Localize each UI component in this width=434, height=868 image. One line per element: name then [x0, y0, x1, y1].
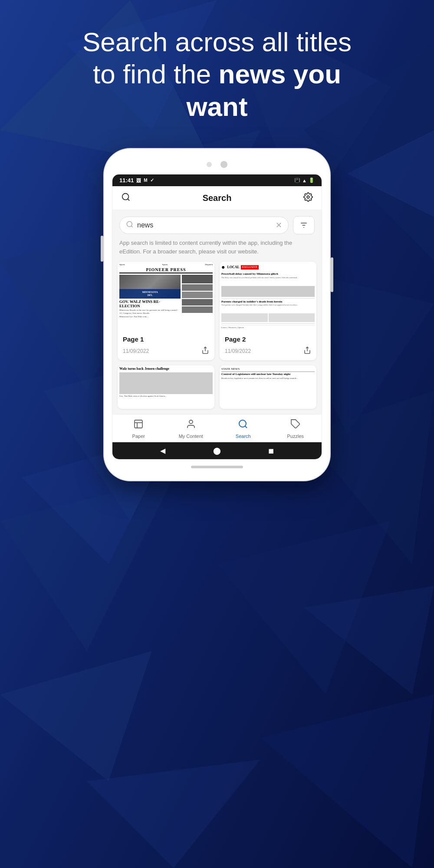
- search-area: ✕: [112, 210, 322, 234]
- svg-point-22: [127, 221, 132, 227]
- hero-section: Search across all titles to find the new…: [0, 0, 434, 140]
- phone-mockup: 11:41 🖼 M ✓ 📳 ▲ 🔋: [0, 149, 434, 480]
- front-camera: [220, 161, 227, 168]
- header-search-icon[interactable]: [121, 192, 131, 204]
- search-hint: App search is limited to content current…: [112, 234, 322, 262]
- newspaper-icon: [133, 419, 144, 432]
- nav-label-search: Search: [236, 434, 251, 439]
- filter-button[interactable]: [293, 216, 315, 234]
- svg-point-33: [239, 420, 246, 427]
- svg-line-20: [128, 199, 129, 201]
- newspaper-page3: Walz turns back Jensen challenge Gov. Ti…: [118, 365, 214, 409]
- nav-label-my-content: My Content: [179, 434, 203, 439]
- nav-item-puzzles[interactable]: Puzzles: [270, 419, 322, 439]
- nav-item-my-content[interactable]: My Content: [165, 419, 217, 439]
- result-card-page2-img: ● LOCAL EXCLUSIVE Powerball delay caused…: [220, 262, 316, 331]
- android-nav-bar: ◀ ⬤ ◼: [112, 442, 322, 459]
- home-bar: [191, 466, 243, 468]
- result-card-page2-footer: 11/09/2022: [225, 346, 311, 356]
- gmail-status-icon: M: [144, 178, 147, 183]
- status-bar: 11:41 🖼 M ✓ 📳 ▲ 🔋: [112, 174, 322, 186]
- search-input-row: ✕: [119, 216, 315, 234]
- result-card-page1[interactable]: SportsSportsDispatch PIONEER PRESS MINNE…: [118, 262, 214, 360]
- phone-bottom-bar: [112, 460, 322, 473]
- status-time: 11:41: [119, 177, 134, 184]
- result-card-page2-date: 11/09/2022: [225, 348, 251, 354]
- result-card-page4[interactable]: STATE NEWS Control of Legislature still …: [220, 365, 316, 409]
- result-card-page3-img: Walz turns back Jensen challenge Gov. Ti…: [118, 365, 214, 409]
- phone-top-bar: [112, 157, 322, 174]
- hero-line1: Search across all titles: [82, 27, 352, 57]
- phone-outer-frame: 11:41 🖼 M ✓ 📳 ▲ 🔋: [104, 149, 330, 480]
- result-card-page2[interactable]: ● LOCAL EXCLUSIVE Powerball delay caused…: [220, 262, 316, 360]
- wifi-icon: ▲: [302, 178, 307, 183]
- nav-item-search[interactable]: Search: [217, 419, 270, 439]
- svg-line-23: [131, 226, 132, 227]
- result-card-page1-img: SportsSportsDispatch PIONEER PRESS MINNE…: [118, 262, 214, 331]
- battery-icon: 🔋: [309, 178, 315, 183]
- search-input-wrapper[interactable]: ✕: [119, 217, 289, 234]
- nav-item-paper[interactable]: Paper: [112, 419, 165, 439]
- newspaper-page2: ● LOCAL EXCLUSIVE Powerball delay caused…: [220, 262, 316, 331]
- result-card-page2-info: Page 2 11/09/2022: [220, 331, 316, 360]
- puzzle-icon: [290, 419, 301, 432]
- nav-label-paper: Paper: [132, 434, 145, 439]
- svg-point-32: [189, 420, 193, 424]
- svg-rect-29: [135, 420, 142, 428]
- check-status-icon: ✓: [150, 178, 154, 183]
- android-recents-button[interactable]: ◼: [268, 447, 274, 455]
- newspaper-page1: SportsSportsDispatch PIONEER PRESS MINNE…: [118, 262, 214, 331]
- settings-icon[interactable]: [303, 192, 313, 204]
- result-card-page1-title: Page 1: [123, 335, 209, 343]
- result-card-page1-info: Page 1 11/09/2022: [118, 331, 214, 360]
- status-left: 11:41 🖼 M ✓: [119, 177, 154, 184]
- search-input-icon: [126, 220, 134, 230]
- result-card-page1-date: 11/09/2022: [123, 348, 149, 354]
- result-card-page1-footer: 11/09/2022: [123, 346, 209, 356]
- phone-screen: 11:41 🖼 M ✓ 📳 ▲ 🔋: [112, 174, 322, 460]
- result-card-page4-img: STATE NEWS Control of Legislature still …: [220, 365, 316, 409]
- person-icon: [186, 419, 196, 432]
- share-button-page1[interactable]: [201, 346, 209, 356]
- app-header-title: Search: [203, 193, 232, 203]
- svg-point-19: [122, 194, 129, 200]
- result-card-page3[interactable]: Walz turns back Jensen challenge Gov. Ti…: [118, 365, 214, 409]
- svg-line-34: [245, 426, 247, 428]
- android-back-button[interactable]: ◀: [160, 447, 165, 455]
- newspaper-page4: STATE NEWS Control of Legislature still …: [220, 365, 316, 409]
- vibrate-icon: 📳: [294, 178, 300, 183]
- bottom-nav: Paper My Content: [112, 414, 322, 442]
- nav-label-puzzles: Puzzles: [287, 434, 304, 439]
- results-grid: SportsSportsDispatch PIONEER PRESS MINNE…: [112, 262, 322, 414]
- android-home-button[interactable]: ⬤: [213, 447, 221, 455]
- photo-status-icon: 🖼: [136, 178, 141, 183]
- hero-line2: to find the news you: [93, 59, 341, 89]
- clear-input-icon[interactable]: ✕: [276, 220, 282, 230]
- share-button-page2[interactable]: [303, 346, 311, 356]
- result-card-page2-title: Page 2: [225, 335, 311, 343]
- app-header: Search: [112, 186, 322, 210]
- status-right: 📳 ▲ 🔋: [294, 178, 315, 183]
- search-input[interactable]: [137, 221, 272, 229]
- search-nav-icon: [238, 419, 248, 432]
- svg-point-21: [307, 196, 309, 198]
- hero-line3: want: [186, 92, 247, 122]
- camera-dot-left: [207, 162, 212, 167]
